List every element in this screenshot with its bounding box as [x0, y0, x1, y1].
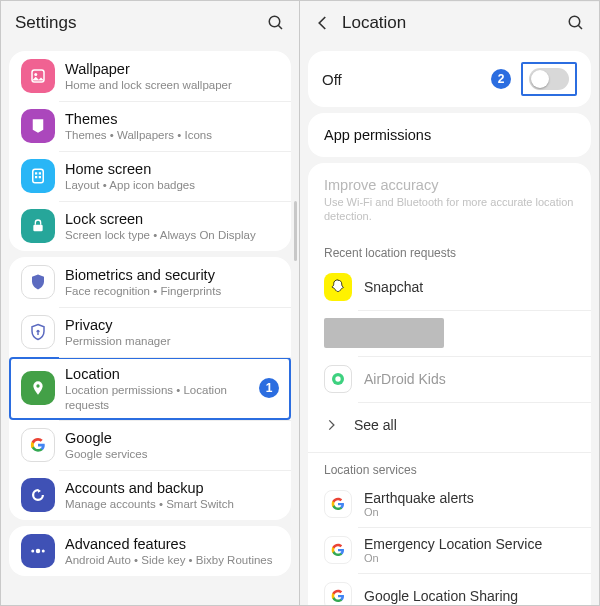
settings-item-home-screen[interactable]: Home screen Layout • App icon badges	[9, 151, 291, 201]
svg-rect-4	[33, 169, 44, 183]
search-icon[interactable]	[267, 14, 285, 32]
privacy-icon	[21, 315, 55, 349]
service-sub: On	[364, 506, 474, 518]
google-icon	[21, 428, 55, 462]
row-sub: Use Wi-Fi and Bluetooth for more accurat…	[324, 195, 575, 224]
settings-item-google[interactable]: Google Google services	[9, 420, 291, 470]
settings-item-privacy[interactable]: Privacy Permission manager	[9, 307, 291, 357]
row-label: App permissions	[324, 127, 575, 143]
location-toggle[interactable]	[529, 68, 569, 90]
row-sub: Manage accounts • Smart Switch	[65, 497, 279, 511]
svg-rect-9	[33, 225, 42, 232]
settings-item-biometrics[interactable]: Biometrics and security Face recognition…	[9, 257, 291, 307]
wallpaper-icon	[21, 59, 55, 93]
row-sub: Google services	[65, 447, 279, 461]
toggle-state-label: Off	[322, 71, 491, 88]
location-title: Location	[342, 13, 567, 33]
row-label: Improve accuracy	[324, 177, 575, 193]
settings-item-advanced[interactable]: Advanced features Android Auto • Side ke…	[9, 526, 291, 576]
row-sub: Layout • App icon badges	[65, 178, 279, 192]
app-permissions-row[interactable]: App permissions	[308, 113, 591, 157]
location-icon	[21, 371, 55, 405]
row-sub: Themes • Wallpapers • Icons	[65, 128, 279, 142]
service-earthquake[interactable]: Earthquake alerts On	[308, 481, 591, 527]
service-location-sharing[interactable]: Google Location Sharing	[308, 573, 591, 606]
accounts-icon	[21, 478, 55, 512]
row-sub: Location permissions • Location requests	[65, 383, 259, 412]
settings-item-themes[interactable]: Themes Themes • Wallpapers • Icons	[9, 101, 291, 151]
row-sub: Screen lock type • Always On Display	[65, 228, 279, 242]
step-badge-2: 2	[491, 69, 511, 89]
service-emergency[interactable]: Emergency Location Service On	[308, 527, 591, 573]
service-label: Earthquake alerts	[364, 490, 474, 506]
settings-item-wallpaper[interactable]: Wallpaper Home and lock screen wallpaper	[9, 51, 291, 101]
service-label: Google Location Sharing	[364, 588, 518, 604]
svg-point-13	[31, 549, 34, 552]
row-sub: Android Auto • Side key • Bixby Routines	[65, 553, 279, 567]
scrollbar[interactable]	[294, 201, 297, 261]
settings-item-lock-screen[interactable]: Lock screen Screen lock type • Always On…	[9, 201, 291, 251]
google-g-icon	[324, 582, 352, 606]
row-label: Lock screen	[65, 210, 279, 228]
svg-point-15	[569, 16, 580, 27]
row-label: Accounts and backup	[65, 479, 279, 497]
home-icon	[21, 159, 55, 193]
row-label: Privacy	[65, 316, 279, 334]
svg-rect-8	[39, 176, 41, 178]
app-label: AirDroid Kids	[364, 371, 446, 387]
back-icon[interactable]	[314, 14, 332, 32]
google-g-icon	[324, 536, 352, 564]
google-g-icon	[324, 490, 352, 518]
svg-point-11	[36, 385, 39, 388]
row-sub: Permission manager	[65, 334, 279, 348]
see-all-row[interactable]: See all	[308, 402, 591, 448]
svg-point-14	[42, 549, 45, 552]
improve-accuracy-row: Improve accuracy Use Wi-Fi and Bluetooth…	[308, 163, 591, 238]
see-all-label: See all	[354, 417, 397, 433]
row-label: Wallpaper	[65, 60, 279, 78]
snapchat-icon	[324, 273, 352, 301]
svg-rect-6	[39, 172, 41, 174]
app-label: Snapchat	[364, 279, 423, 295]
settings-item-location[interactable]: Location Location permissions • Location…	[9, 357, 291, 420]
search-icon[interactable]	[567, 14, 585, 32]
service-label: Emergency Location Service	[364, 536, 542, 552]
location-master-toggle-row: Off 2	[308, 51, 591, 107]
svg-line-16	[578, 25, 582, 29]
row-label: Themes	[65, 110, 279, 128]
location-appbar: Location	[300, 1, 599, 45]
svg-point-10	[37, 330, 40, 333]
location-services-header: Location services	[308, 452, 591, 481]
recent-app-redacted[interactable]	[308, 310, 591, 356]
row-label: Biometrics and security	[65, 266, 279, 284]
lock-icon	[21, 209, 55, 243]
row-sub: Face recognition • Fingerprints	[65, 284, 279, 298]
row-label: Google	[65, 429, 279, 447]
svg-point-12	[36, 549, 41, 554]
shield-icon	[21, 265, 55, 299]
settings-group-security: Biometrics and security Face recognition…	[9, 257, 291, 520]
location-details-card: Improve accuracy Use Wi-Fi and Bluetooth…	[308, 163, 591, 606]
settings-group-display: Wallpaper Home and lock screen wallpaper…	[9, 51, 291, 251]
svg-point-3	[34, 73, 37, 76]
settings-appbar: Settings	[1, 1, 299, 45]
svg-point-18	[335, 376, 340, 381]
settings-group-advanced: Advanced features Android Auto • Side ke…	[9, 526, 291, 576]
location-pane: Location Off 2 App permissions Improve a…	[300, 0, 600, 606]
themes-icon	[21, 109, 55, 143]
row-label: Home screen	[65, 160, 279, 178]
row-sub: Home and lock screen wallpaper	[65, 78, 279, 92]
recent-requests-header: Recent location requests	[308, 238, 591, 264]
settings-item-accounts[interactable]: Accounts and backup Manage accounts • Sm…	[9, 470, 291, 520]
svg-rect-7	[35, 176, 37, 178]
settings-title: Settings	[15, 13, 267, 33]
service-sub: On	[364, 552, 542, 564]
recent-app-airdroid[interactable]: AirDroid Kids	[308, 356, 591, 402]
row-label: Advanced features	[65, 535, 279, 553]
app-permissions-card: App permissions	[308, 113, 591, 157]
recent-app-snapchat[interactable]: Snapchat	[308, 264, 591, 310]
airdroid-icon	[324, 365, 352, 393]
svg-rect-5	[35, 172, 37, 174]
chevron-right-icon	[324, 418, 338, 432]
advanced-icon	[21, 534, 55, 568]
